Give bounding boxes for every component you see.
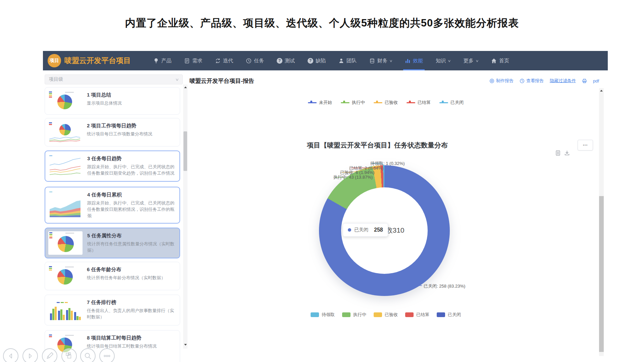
view-report-link[interactable]: 查看报告 bbox=[520, 78, 544, 84]
card-title: 3 任务每日趋势 bbox=[87, 156, 176, 162]
callout-label-inprogress: 执行中: 43 (13.87%) bbox=[333, 174, 373, 180]
make-report-link[interactable]: 制作报告 bbox=[489, 78, 514, 84]
nav-item-more[interactable]: 更多 ∨ bbox=[457, 51, 485, 70]
document-icon bbox=[184, 58, 190, 64]
nav-item-knowledge[interactable]: 知识 ∨ bbox=[429, 51, 457, 70]
project-logo: 项目 bbox=[48, 54, 61, 67]
report-card-6[interactable]: 6 任务年龄分布 统计所有任务年龄分布情况（实时数据） bbox=[45, 262, 180, 290]
card-title: 1 项目总结 bbox=[87, 92, 122, 98]
card-thumbnail-area bbox=[48, 190, 83, 220]
copy-slides-button[interactable] bbox=[61, 348, 77, 362]
page: 内置了企业级、产品级、项目级、迭代级、个人级5种粒度的共50多张效能分析报表 项… bbox=[0, 0, 644, 362]
legend-item[interactable]: 执行中 bbox=[341, 100, 365, 106]
tooltip-series-dot bbox=[348, 228, 351, 232]
report-card-4[interactable]: 4 任务每日累积 跟踪未开始、执行中、已完成、已关闭状态的任务数量按日期累积情况… bbox=[45, 187, 180, 224]
chevron-down-icon: ∨ bbox=[175, 77, 179, 82]
report-card-3[interactable]: 3 任务每日趋势 跟踪未开始、执行中、已完成、已关闭状态的任务数量按日期变化趋势… bbox=[45, 150, 180, 182]
previous-icon bbox=[6, 352, 15, 360]
data-view-icon[interactable] bbox=[555, 150, 561, 156]
chart-bottom-legend: 待领取 执行中 已验收 已结算 已关闭 bbox=[312, 312, 460, 318]
nav-item-performance[interactable]: 效能 bbox=[398, 51, 429, 70]
card-title: 7 任务排行榜 bbox=[87, 299, 177, 306]
zoom-tool-button[interactable] bbox=[80, 348, 96, 362]
chevron-down-icon: ∨ bbox=[389, 59, 393, 63]
top-navbar: 项目 唛盟云开发平台项目 产品 需求 迭代 任务 ? 测试 bbox=[43, 51, 608, 70]
nav-item-defects[interactable]: ? 缺陷 bbox=[301, 51, 332, 70]
legend-item[interactable]: 已结算 bbox=[407, 100, 431, 106]
report-card-1[interactable]: 1 项目总结 显示项目总体情况 bbox=[45, 87, 180, 115]
legend-item[interactable]: 已结算 bbox=[405, 312, 429, 318]
bar-chart-icon bbox=[405, 58, 411, 64]
legend-item[interactable]: 已验收 bbox=[374, 100, 398, 106]
iteration-icon bbox=[215, 58, 221, 64]
card-title: 2 项目工作项每日趋势 bbox=[87, 123, 152, 129]
chart-toolbar bbox=[555, 150, 570, 156]
report-card-2[interactable]: 2 项目工作项每日趋势 统计项目每日工作项数量分布情况 bbox=[45, 118, 180, 146]
card-thumbnail-pie bbox=[48, 231, 83, 255]
nav-label: 测试 bbox=[285, 58, 295, 64]
card-thumbnail-pie-line bbox=[48, 121, 82, 143]
pen-icon bbox=[45, 352, 54, 360]
main-scrollbar-thumb[interactable] bbox=[599, 196, 604, 352]
chevron-down-icon: ∨ bbox=[448, 59, 451, 63]
legend-item[interactable]: 执行中 bbox=[342, 312, 366, 318]
card-title: 5 任务属性分布 bbox=[87, 233, 176, 239]
more-options-button[interactable] bbox=[99, 348, 115, 362]
card-desc: 任务提出人、负责人的用户故事数量排行（实时数据） bbox=[87, 308, 177, 320]
previous-slide-button[interactable] bbox=[3, 348, 18, 362]
legend-item[interactable]: 已关闭 bbox=[439, 100, 464, 106]
search-icon bbox=[84, 352, 92, 360]
hide-filter-link[interactable]: 隐藏过滤条件 bbox=[550, 78, 576, 84]
legend-item[interactable]: 待领取 bbox=[311, 312, 335, 318]
legend-item[interactable]: 已验收 bbox=[374, 312, 398, 318]
nav-item-tasks[interactable]: 任务 bbox=[239, 51, 270, 70]
report-actions: 制作报告 查看报告 隐藏过滤条件 pdf bbox=[489, 78, 599, 84]
nav-label: 迭代 bbox=[223, 58, 233, 64]
nav-label: 需求 bbox=[192, 58, 202, 64]
card-desc: 统计所有任务年龄分布情况（实时数据） bbox=[87, 275, 165, 281]
report-page-title: 唛盟云开发平台项目-报告 bbox=[190, 77, 254, 85]
report-category-select[interactable]: 项目级 ∨ bbox=[45, 74, 183, 84]
tooltip-value: 258 bbox=[374, 227, 383, 233]
card-title: 6 任务年龄分布 bbox=[87, 266, 165, 273]
question-circle-icon: ? bbox=[308, 58, 313, 64]
sidebar-scroll-down-arrow[interactable] bbox=[184, 344, 187, 346]
main-scroll-up-arrow[interactable] bbox=[600, 90, 603, 92]
nav-label: 产品 bbox=[161, 58, 171, 64]
callout-label-closed: 已关闭: 258 (83.23%) bbox=[424, 283, 465, 289]
pdf-link[interactable]: pdf bbox=[593, 78, 599, 83]
nav-item-iterations[interactable]: 迭代 bbox=[209, 51, 239, 70]
database-icon bbox=[369, 58, 375, 64]
card-thumbnail-pie bbox=[48, 90, 82, 111]
nav-item-team[interactable]: 团队 bbox=[332, 51, 363, 70]
report-card-7[interactable]: 7 任务排行榜 任务提出人、负责人的用户故事数量排行（实时数据） bbox=[45, 295, 180, 325]
nav-item-home[interactable]: 首页 bbox=[485, 51, 516, 70]
print-button[interactable] bbox=[582, 78, 587, 83]
nav-item-product[interactable]: 产品 bbox=[147, 51, 178, 70]
page-headline: 内置了企业级、产品级、项目级、迭代级、个人级5种粒度的共50多张效能分析报表 bbox=[0, 16, 644, 30]
copy-icon bbox=[65, 352, 73, 360]
sidebar-scrollbar-thumb[interactable] bbox=[183, 131, 187, 171]
sidebar-scrollbar-track[interactable] bbox=[183, 84, 187, 349]
card-thumbnail-pie bbox=[48, 265, 82, 287]
download-icon[interactable] bbox=[564, 150, 570, 156]
card-desc: 跟踪未开始、执行中、已完成、已关闭状态的任务数量按日期变化趋势，识别任务工作情况 bbox=[87, 164, 176, 177]
legend-item[interactable]: 已关闭 bbox=[437, 312, 461, 318]
bulb-icon bbox=[153, 58, 159, 64]
nav-item-requirements[interactable]: 需求 bbox=[178, 51, 209, 70]
pen-tool-button[interactable] bbox=[42, 348, 57, 362]
report-card-5-selected[interactable]: 5 任务属性分布 统计所有任务任意属性数量分布情况（实时数据） bbox=[45, 228, 180, 258]
next-icon bbox=[26, 352, 35, 360]
sidebar-scroll-up-arrow[interactable] bbox=[184, 86, 187, 88]
nav-item-testing[interactable]: ? 测试 bbox=[270, 51, 301, 70]
legend-item[interactable]: 未开始 bbox=[308, 100, 332, 106]
question-circle-icon: ? bbox=[277, 58, 282, 64]
card-thumbnail-lines bbox=[48, 154, 83, 178]
chart-more-button[interactable]: ... bbox=[578, 140, 593, 150]
next-slide-button[interactable] bbox=[22, 348, 38, 362]
card-desc: 统计项目每日结算工时数量分布情况 bbox=[87, 343, 157, 350]
card-title: 8 项目结算工时每日趋势 bbox=[87, 335, 157, 341]
nav-label: 财务 bbox=[377, 58, 387, 64]
card-desc: 显示项目总体情况 bbox=[87, 100, 122, 107]
nav-item-finance[interactable]: 财务 ∨ bbox=[363, 51, 398, 70]
